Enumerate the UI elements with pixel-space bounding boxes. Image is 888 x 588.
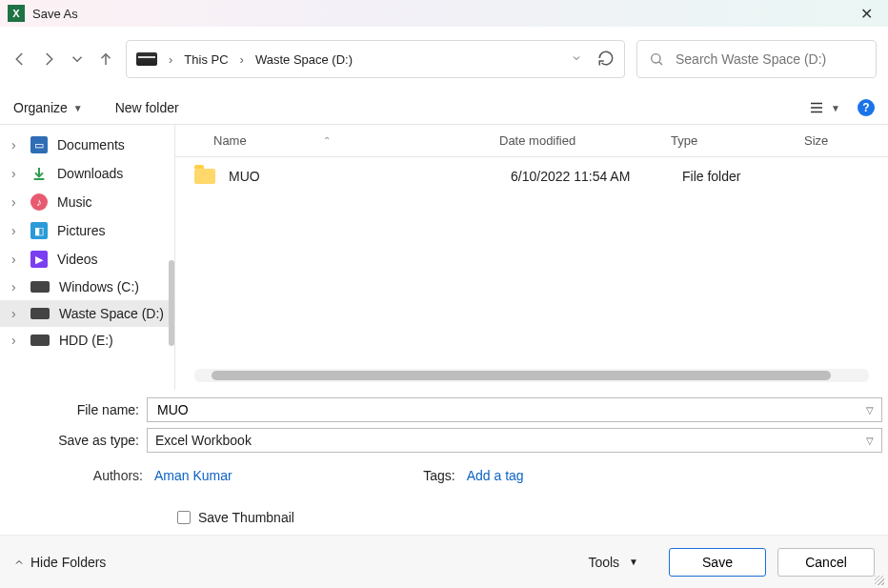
chevron-down-icon: ▼ [629, 557, 638, 567]
save-thumbnail-label: Save Thumbnail [198, 510, 294, 525]
column-size[interactable]: Size [804, 133, 888, 148]
sidebar-item-music[interactable]: › ♪ Music [0, 188, 174, 216]
chevron-right-icon: › [11, 166, 21, 181]
saveastype-value: Excel Workbook [155, 433, 252, 448]
up-button[interactable] [97, 51, 114, 68]
filename-combobox[interactable]: ▽ [147, 397, 882, 422]
sidebar-item-downloads[interactable]: › Downloads [0, 159, 174, 188]
saveastype-label: Save as type: [6, 433, 147, 448]
address-bar[interactable]: › This PC › Waste Space (D:) [126, 40, 625, 78]
save-thumbnail-checkbox[interactable] [177, 511, 191, 524]
cancel-button[interactable]: Cancel [777, 548, 875, 577]
nav-row: › This PC › Waste Space (D:) [0, 27, 888, 91]
chevron-right-icon: › [11, 252, 21, 267]
authors-label: Authors: [48, 468, 143, 483]
chevron-right-icon: › [11, 333, 21, 348]
chevron-right-icon: › [11, 306, 21, 321]
sidebar-item-label: HDD (E:) [59, 333, 113, 348]
footer: Hide Folders Tools ▼ Save Cancel [0, 535, 888, 588]
hide-folders-button[interactable]: Hide Folders [13, 555, 106, 570]
sidebar-item-label: Downloads [57, 166, 123, 181]
file-type: File folder [682, 169, 816, 184]
filename-input[interactable] [155, 401, 858, 418]
file-date: 6/10/2022 11:54 AM [511, 169, 682, 184]
chevron-down-icon: ▼ [831, 103, 840, 113]
file-row[interactable]: MUO 6/10/2022 11:54 AM File folder [175, 157, 888, 195]
sidebar: › ▭ Documents › Downloads › ♪ Music › ◧ … [0, 125, 175, 390]
excel-icon: X [8, 5, 25, 22]
drive-icon [136, 52, 157, 66]
search-input[interactable] [674, 51, 864, 68]
chevron-right-icon: › [11, 279, 21, 294]
sidebar-item-label: Pictures [57, 223, 106, 238]
column-headers: Name ⌃ Date modified Type Size [175, 125, 888, 157]
new-folder-button[interactable]: New folder [115, 100, 179, 115]
tags-value[interactable]: Add a tag [467, 468, 524, 483]
close-icon[interactable]: ✕ [853, 1, 880, 27]
file-pane: Name ⌃ Date modified Type Size MUO 6/10/… [175, 125, 888, 390]
body: › ▭ Documents › Downloads › ♪ Music › ◧ … [0, 124, 888, 390]
pictures-icon: ◧ [30, 222, 48, 239]
sidebar-item-label: Windows (C:) [59, 279, 139, 294]
drive-icon [30, 308, 50, 319]
chevron-right-icon: › [240, 52, 244, 67]
documents-icon: ▭ [30, 136, 48, 153]
chevron-down-icon: ▼ [73, 103, 83, 113]
authors-value[interactable]: Aman Kumar [154, 468, 232, 483]
sidebar-item-documents[interactable]: › ▭ Documents [0, 131, 174, 159]
chevron-down-icon[interactable]: ▽ [866, 405, 874, 416]
sort-caret-icon: ⌃ [323, 135, 331, 146]
saveastype-combobox[interactable]: Excel Workbook ▽ [147, 428, 882, 453]
file-name: MUO [229, 169, 511, 184]
column-type[interactable]: Type [671, 133, 804, 148]
toolbar: Organize ▼ New folder ▼ ? [0, 91, 888, 124]
column-date[interactable]: Date modified [499, 133, 671, 148]
titlebar: X Save As ✕ [0, 0, 888, 27]
organize-button[interactable]: Organize ▼ [13, 100, 83, 115]
tools-label: Tools [588, 555, 619, 570]
sidebar-item-drive-e[interactable]: › HDD (E:) [0, 327, 174, 354]
breadcrumb-this-pc[interactable]: This PC [184, 52, 228, 67]
folder-icon [194, 169, 215, 184]
videos-icon: ▶ [30, 251, 48, 268]
sidebar-item-videos[interactable]: › ▶ Videos [0, 245, 174, 274]
chevron-right-icon: › [11, 194, 21, 210]
chevron-right-icon: › [11, 223, 21, 238]
chevron-down-icon[interactable]: ▽ [866, 436, 874, 446]
address-history-button[interactable] [571, 52, 582, 67]
save-button[interactable]: Save [669, 548, 766, 577]
drive-icon [30, 281, 50, 293]
tools-button[interactable]: Tools ▼ [588, 555, 638, 570]
column-name[interactable]: Name [213, 133, 247, 148]
sidebar-item-pictures[interactable]: › ◧ Pictures [0, 216, 174, 245]
recent-locations-button[interactable] [69, 51, 86, 68]
refresh-button[interactable] [597, 50, 615, 70]
view-options-button[interactable]: ▼ [808, 99, 840, 116]
organize-label: Organize [13, 100, 68, 115]
svg-point-0 [652, 54, 660, 63]
window-title: Save As [32, 7, 78, 21]
search-box[interactable] [636, 40, 877, 78]
forward-button[interactable] [40, 51, 57, 68]
breadcrumb-drive[interactable]: Waste Space (D:) [255, 52, 353, 67]
chevron-right-icon: › [169, 52, 172, 67]
save-as-dialog: X Save As ✕ › This PC › Waste Space (D:)… [0, 0, 888, 588]
hide-folders-label: Hide Folders [30, 555, 106, 570]
music-icon: ♪ [30, 193, 48, 211]
sidebar-scrollbar[interactable] [169, 260, 174, 346]
horizontal-scrollbar[interactable] [194, 369, 869, 382]
filename-label: File name: [6, 402, 147, 417]
tags-label: Tags: [408, 468, 455, 483]
scrollbar-thumb[interactable] [212, 371, 831, 380]
drive-icon [30, 335, 50, 346]
form-area: File name: ▽ Save as type: Excel Workboo… [0, 390, 888, 535]
chevron-right-icon: › [11, 137, 21, 152]
list-view-icon [808, 99, 825, 116]
sidebar-item-label: Waste Space (D:) [59, 306, 164, 321]
sidebar-item-drive-d[interactable]: › Waste Space (D:) [0, 300, 174, 327]
sidebar-item-label: Documents [57, 137, 125, 152]
sidebar-item-drive-c[interactable]: › Windows (C:) [0, 274, 174, 300]
help-button[interactable]: ? [858, 99, 875, 116]
back-button[interactable] [11, 51, 29, 68]
resize-grip[interactable] [875, 576, 884, 585]
